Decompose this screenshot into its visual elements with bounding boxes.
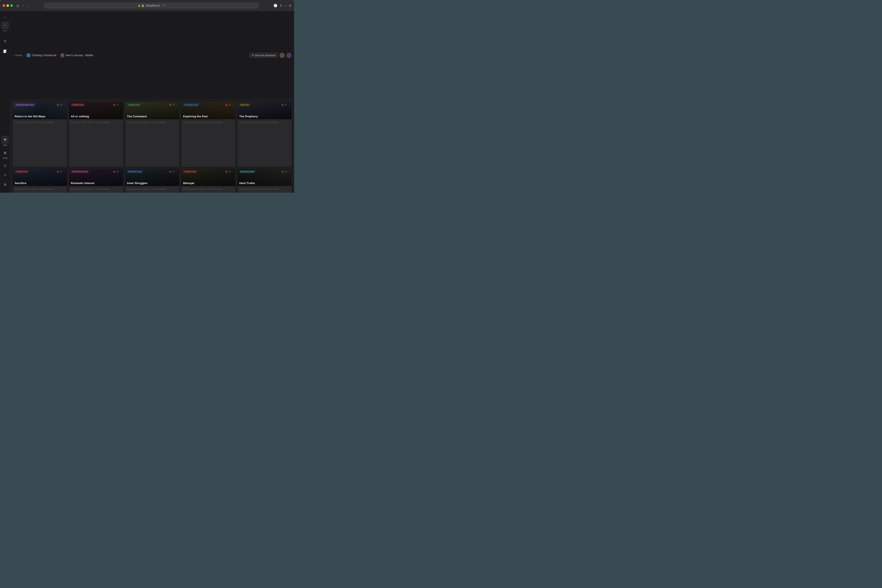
cards-label: Cards (2, 157, 8, 159)
home-icon: ⌂ (4, 15, 6, 19)
plus-icon[interactable]: + (285, 4, 286, 8)
card-action-icon[interactable]: 🔖 (281, 104, 284, 106)
card-placeholder[interactable]: Enter your text or press '/' for command… (15, 188, 65, 191)
story-card[interactable]: Conflict Card🔖ⓘ⋯All or nothingEnter your… (69, 102, 123, 166)
card-action-icon[interactable]: ⓘ (228, 170, 231, 173)
card-action-icon[interactable]: 🔖 (281, 171, 284, 173)
sidebar-item-back[interactable]: ← (1, 21, 9, 29)
home-nav-icon: ⌂ (13, 54, 14, 57)
card-type-badge: Conflict Card (71, 104, 85, 106)
back-nav-button[interactable]: ‹ (22, 3, 24, 8)
card-placeholder[interactable]: Enter your text or press '/' for command… (127, 188, 178, 191)
nav-home[interactable]: ⌂ Home (13, 54, 22, 57)
nav-separator-2: › (58, 54, 59, 57)
sidebar-item-notes[interactable]: 📝 (1, 47, 9, 55)
story-card[interactable]: Growth Card🔖ⓘ⋯The ComebackEnter your tex… (125, 102, 179, 166)
forward-nav-button[interactable]: › (26, 3, 29, 8)
card-action-icon[interactable]: ⋯ (231, 171, 234, 173)
close-button[interactable] (3, 4, 5, 7)
view-label: View (3, 144, 7, 146)
card-placeholder[interactable]: Enter your text or press '/' for command… (71, 121, 122, 124)
sidebar-item-cards[interactable]: ▦ (1, 149, 9, 156)
card-title: The Prophecy (239, 115, 290, 118)
card-action-icon[interactable]: ⋯ (119, 104, 122, 106)
card-placeholder[interactable]: Enter your text or press '/' for command… (239, 121, 290, 124)
card-placeholder[interactable]: Enter your text or press '/' for command… (239, 188, 290, 191)
address-bar[interactable]: ◑ 🔒 Storyflow.so ↻ (44, 3, 259, 9)
card-action-icon[interactable]: ⓘ (228, 104, 231, 106)
sidebar-item-view[interactable]: 👁 (1, 136, 9, 144)
card-placeholder[interactable]: Enter your text or press '/' for command… (15, 121, 65, 124)
card-action-icon[interactable]: ⓘ (172, 170, 174, 173)
story-card[interactable]: Conflict Card🔖ⓘ⋯BetrayalEnter your text … (181, 169, 236, 193)
card-type-badge: Transformation Card (15, 104, 35, 106)
nav-breadcrumb-2[interactable]: 🏃 Hero's Journey · Athlete (60, 53, 93, 57)
card-action-icon[interactable]: ⓘ (116, 170, 118, 173)
story-card[interactable]: Transformation Card🔖ⓘ⋯Return to the Old … (13, 102, 67, 166)
card-action-icon[interactable]: ⋯ (63, 171, 65, 173)
nav-breadcrumb-1[interactable]: 🧗 Climbing Commercial (27, 53, 56, 57)
story-card[interactable]: Conflict Card🔖ⓘ⋯SacrificeEnter your text… (13, 169, 67, 193)
top-nav: ⌂ Home › 🧗 Climbing Commercial › 🏃 Hero'… (10, 11, 294, 99)
clock-icon[interactable]: 🕐 (273, 4, 278, 8)
card-action-icon[interactable]: ⋯ (63, 104, 65, 106)
breadcrumb1-label: Climbing Commercial (32, 54, 56, 57)
card-action-icon[interactable]: 🔖 (225, 104, 228, 106)
story-card[interactable]: Character Card🔖ⓘ⋯Inner StrugglesEnter yo… (125, 169, 179, 193)
card-action-icon[interactable]: ⋯ (175, 104, 177, 106)
card-title: Romantic Interest (71, 182, 122, 185)
trash-icon: 🗑 (4, 183, 7, 186)
story-card[interactable]: Plot Card🔖ⓘ⋯The ProphecyEnter your text … (237, 102, 291, 166)
refresh-icon[interactable]: ↻ (163, 4, 165, 7)
card-action-icon[interactable]: ⓘ (172, 104, 174, 106)
card-action-icon[interactable]: 🔖 (169, 171, 171, 173)
content-area[interactable]: Transformation Card🔖ⓘ⋯Return to the Old … (10, 99, 294, 193)
card-type-badge: Conflict Card (183, 170, 197, 173)
sidebar-toggle-button[interactable]: ▤ (15, 3, 20, 8)
breadcrumb2-label: Hero's Journey · Athlete (66, 54, 93, 57)
sidebar-top-group: ⌂ ← Back (1, 14, 9, 32)
card-action-icon[interactable]: 🔖 (57, 171, 59, 173)
card-placeholder[interactable]: Enter your text or press '/' for command… (71, 188, 122, 191)
get-blueprints-button[interactable]: ✦ Get more blueprints (249, 53, 278, 58)
story-card[interactable]: Discovery Card🔖ⓘ⋯Hard TruthsEnter your t… (237, 169, 291, 193)
story-card[interactable]: Relationship Card🔖ⓘ⋯Romantic InterestEnt… (69, 169, 123, 193)
card-action-icon[interactable]: ⋯ (231, 104, 234, 106)
sidebar-item-grid[interactable]: ⊞ (1, 37, 9, 45)
card-action-icon[interactable]: 🔖 (57, 104, 59, 106)
card-action-icon[interactable]: ⓘ (285, 104, 287, 106)
windows-icon[interactable]: ⊞ (289, 4, 291, 8)
card-action-icon[interactable]: ⋯ (288, 104, 290, 106)
sidebar-item-trash[interactable]: 🗑 (1, 181, 9, 188)
card-action-icon[interactable]: 🔖 (113, 104, 116, 106)
card-action-icon[interactable]: ⓘ (60, 170, 62, 173)
get-blueprints-label: Get more blueprints (255, 54, 275, 57)
sidebar-item-home[interactable]: ⌂ (1, 14, 9, 21)
star-icon: ✦ (4, 173, 6, 177)
cards-icon: ▦ (4, 151, 6, 154)
card-action-icon[interactable]: ⓘ (60, 104, 62, 106)
card-action-icon[interactable]: 🔖 (113, 171, 116, 173)
user-avatar-2[interactable] (286, 53, 291, 58)
sidebar-item-expand[interactable]: ⊡ (1, 162, 9, 170)
expand-icon: ⊡ (4, 164, 6, 167)
card-placeholder[interactable]: Enter your text or press '/' for command… (183, 188, 234, 191)
card-placeholder[interactable]: Enter your text or press '/' for command… (183, 121, 234, 124)
card-action-icon[interactable]: 🔖 (169, 104, 171, 106)
grid-icon: ⊞ (4, 39, 6, 43)
card-action-icon[interactable]: ⋯ (288, 171, 290, 173)
card-action-icon[interactable]: ⋯ (175, 171, 177, 173)
card-action-icon[interactable]: ⓘ (285, 170, 287, 173)
minimize-button[interactable] (6, 4, 9, 7)
card-action-icon[interactable]: 🔖 (225, 171, 228, 173)
story-card[interactable]: Character Card🔖ⓘ⋯Exploring the PastEnter… (181, 102, 236, 166)
card-action-icon[interactable]: ⋯ (119, 171, 122, 173)
maximize-button[interactable] (10, 4, 13, 7)
browser-actions: 🕐 ⬆ + ⊞ (273, 4, 291, 8)
card-action-icon[interactable]: ⓘ (116, 104, 118, 106)
share-icon[interactable]: ⬆ (280, 4, 282, 8)
user-avatar[interactable] (279, 53, 285, 58)
cards-group: ▦ Cards (1, 149, 9, 159)
card-placeholder[interactable]: Enter your text or press '/' for command… (127, 121, 178, 124)
sidebar-item-star[interactable]: ✦ (1, 171, 9, 179)
